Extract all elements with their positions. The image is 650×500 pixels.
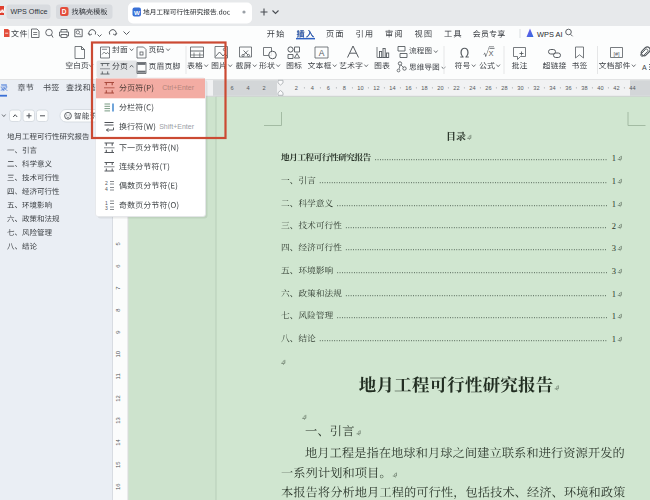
svg-text:28: 28 xyxy=(501,85,507,91)
svg-text:4: 4 xyxy=(105,186,108,192)
svg-text:4: 4 xyxy=(311,85,314,91)
svg-text:1: 1 xyxy=(612,334,616,344)
svg-text:3: 3 xyxy=(612,243,616,253)
svg-text:16: 16 xyxy=(405,85,411,91)
svg-text:A: A xyxy=(319,48,325,58)
svg-text:10: 10 xyxy=(115,351,121,357)
svg-text:14: 14 xyxy=(389,85,395,91)
svg-text:15: 15 xyxy=(115,461,121,467)
svg-text:5: 5 xyxy=(115,242,121,245)
svg-text:24: 24 xyxy=(469,85,475,91)
svg-text:2: 2 xyxy=(612,221,616,231)
svg-text:4: 4 xyxy=(246,85,249,91)
svg-text:X: X xyxy=(488,49,493,58)
svg-text:2: 2 xyxy=(262,85,265,91)
svg-text:22: 22 xyxy=(453,85,459,91)
svg-text:16: 16 xyxy=(115,484,121,490)
svg-text:3: 3 xyxy=(612,266,616,276)
svg-text:6: 6 xyxy=(327,85,330,91)
svg-text:10: 10 xyxy=(357,85,363,91)
svg-text:W: W xyxy=(134,9,140,16)
svg-text:12: 12 xyxy=(373,85,379,91)
svg-text:14: 14 xyxy=(115,439,121,446)
svg-text:26: 26 xyxy=(485,85,491,91)
svg-text:3: 3 xyxy=(105,205,108,211)
svg-text:9: 9 xyxy=(115,331,121,334)
svg-text:WPS Office: WPS Office xyxy=(11,7,48,16)
svg-text:1: 1 xyxy=(612,199,616,209)
svg-text:6: 6 xyxy=(230,85,233,91)
svg-text:38: 38 xyxy=(581,85,587,91)
svg-text:18: 18 xyxy=(421,85,427,91)
svg-text:8: 8 xyxy=(115,308,121,311)
svg-text:Shift+Enter: Shift+Enter xyxy=(159,123,194,130)
svg-text:32: 32 xyxy=(533,85,539,91)
svg-text:WPS AI: WPS AI xyxy=(537,30,562,39)
svg-text:34: 34 xyxy=(549,85,555,91)
svg-text:1: 1 xyxy=(612,289,616,299)
svg-text:40: 40 xyxy=(597,85,603,91)
svg-text:1: 1 xyxy=(612,153,616,163)
svg-text:36: 36 xyxy=(565,85,571,91)
svg-text:1: 1 xyxy=(612,176,616,186)
svg-text:A: A xyxy=(642,64,647,71)
svg-text:[#]: [#] xyxy=(613,51,620,57)
svg-text:8: 8 xyxy=(343,85,346,91)
svg-text:1: 1 xyxy=(612,311,616,321)
svg-text:Ctrl+Enter: Ctrl+Enter xyxy=(162,84,194,91)
svg-text:7: 7 xyxy=(115,286,121,289)
svg-text:12: 12 xyxy=(115,395,121,401)
svg-text:20: 20 xyxy=(437,85,443,91)
svg-text:2: 2 xyxy=(295,85,298,91)
svg-text:42: 42 xyxy=(613,85,619,91)
svg-text:6: 6 xyxy=(115,264,121,267)
svg-text:D: D xyxy=(62,8,67,15)
svg-text:44: 44 xyxy=(629,85,635,91)
svg-text:13: 13 xyxy=(115,417,121,423)
svg-text:11: 11 xyxy=(115,373,121,379)
svg-text:30: 30 xyxy=(517,85,523,91)
